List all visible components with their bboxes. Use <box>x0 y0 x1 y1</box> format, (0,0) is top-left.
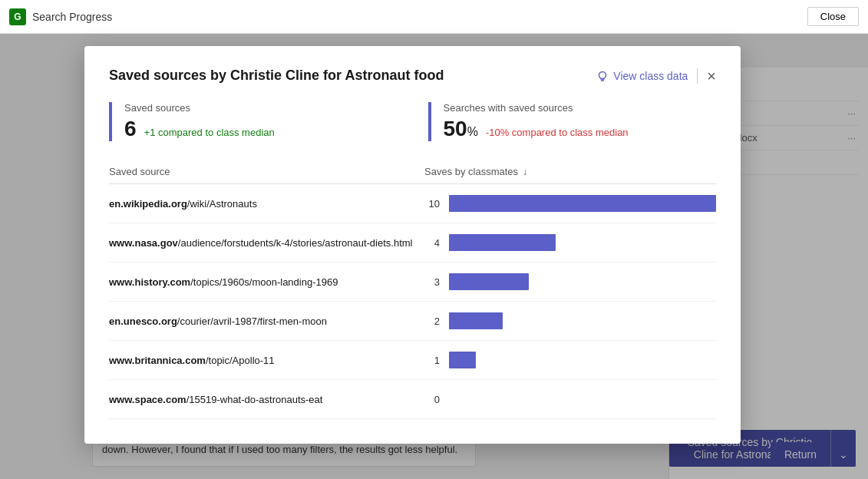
stat-saved-value-row: 6 +1 compared to class median <box>124 117 398 141</box>
saves-number: 2 <box>424 315 440 327</box>
lightbulb-icon <box>596 70 609 82</box>
source-domain: www.history.com <box>109 276 190 288</box>
table-row: www.space.com/15519-what-do-astronauts-e… <box>109 380 716 419</box>
source-domain: www.nasa.gov <box>109 237 178 249</box>
stat-searches-label: Searches with saved sources <box>444 102 717 114</box>
saves-cell: 2 <box>424 312 716 329</box>
saves-number: 1 <box>424 355 440 366</box>
saves-cell: 0 <box>424 391 716 408</box>
view-class-data-link[interactable]: View class data <box>596 70 688 82</box>
bar <box>449 312 503 329</box>
modal-dialog: Saved sources by Christie Cline for Astr… <box>84 46 741 444</box>
stat-saved-label: Saved sources <box>124 102 398 114</box>
table-row: www.nasa.gov/audience/forstudents/k-4/st… <box>109 223 716 263</box>
source-cell: www.history.com/topics/1960s/moon-landin… <box>109 276 424 288</box>
bar <box>449 234 556 251</box>
bar-container <box>449 312 716 329</box>
source-path: /15519-what-do-astronauts-eat <box>186 394 323 405</box>
source-path: /courier/avril-1987/first-men-moon <box>177 315 327 327</box>
svg-point-0 <box>599 71 606 78</box>
col-saves-header[interactable]: Saves by classmates ↓ <box>424 166 716 177</box>
bar-container <box>449 234 716 251</box>
top-bar-left: G Search Progress <box>9 8 112 25</box>
saves-cell: 1 <box>424 352 716 368</box>
stat-searches: Searches with saved sources 50% -10% com… <box>428 102 717 141</box>
source-path: /audience/forstudents/k-4/stories/astron… <box>178 237 413 249</box>
stat-saved-compare: +1 compared to class median <box>144 127 275 138</box>
bar-container <box>449 352 716 368</box>
table-row: en.unesco.org/courier/avril-1987/first-m… <box>109 302 716 341</box>
source-domain: en.unesco.org <box>109 315 177 327</box>
modal-close-button[interactable]: × <box>707 68 716 84</box>
header-divider <box>697 68 698 84</box>
app-title: Search Progress <box>32 11 112 23</box>
saves-cell: 10 <box>424 195 716 212</box>
source-domain: en.wikipedia.org <box>109 198 187 210</box>
view-class-label: View class data <box>613 70 688 82</box>
source-path: /wiki/Astronauts <box>187 198 257 210</box>
modal-header-actions: View class data × <box>596 68 716 84</box>
source-path: /topic/Apollo-11 <box>206 355 275 366</box>
source-domain: www.space.com <box>109 394 186 405</box>
source-path: /topics/1960s/moon-landing-1969 <box>190 276 338 288</box>
modal-title: Saved sources by Christie Cline for Astr… <box>109 68 444 84</box>
source-cell: www.nasa.gov/audience/forstudents/k-4/st… <box>109 237 424 249</box>
source-cell: www.britannica.com/topic/Apollo-11 <box>109 355 424 366</box>
source-cell: en.unesco.org/courier/avril-1987/first-m… <box>109 315 424 327</box>
saves-number: 10 <box>424 198 440 210</box>
saves-cell: 3 <box>424 273 716 290</box>
sort-arrow-icon: ↓ <box>523 167 527 177</box>
table-row: www.britannica.com/topic/Apollo-11 1 <box>109 341 716 380</box>
stat-searches-compare: -10% compared to class median <box>486 127 629 138</box>
top-bar: G Search Progress Close <box>0 0 868 34</box>
saves-label: Saves by classmates <box>424 166 518 177</box>
top-close-button[interactable]: Close <box>807 7 859 26</box>
bar-container <box>449 273 716 290</box>
table-row: en.wikipedia.org/wiki/Astronauts 10 <box>109 184 716 223</box>
stat-saved-sources: Saved sources 6 +1 compared to class med… <box>109 102 398 141</box>
bar <box>449 195 716 212</box>
table-row: www.history.com/topics/1960s/moon-landin… <box>109 263 716 302</box>
bar-container <box>449 391 716 408</box>
saves-number: 4 <box>424 237 440 249</box>
stat-saved-number: 6 <box>124 117 137 141</box>
saves-number: 3 <box>424 276 440 288</box>
stats-row: Saved sources 6 +1 compared to class med… <box>109 102 716 141</box>
source-domain: www.britannica.com <box>109 355 206 366</box>
bar-container <box>449 195 716 212</box>
source-cell: www.space.com/15519-what-do-astronauts-e… <box>109 394 424 405</box>
stat-searches-value-row: 50% -10% compared to class median <box>444 117 717 141</box>
source-cell: en.wikipedia.org/wiki/Astronauts <box>109 198 424 210</box>
bar <box>449 352 476 368</box>
saves-number: 0 <box>424 394 440 405</box>
table-body: en.wikipedia.org/wiki/Astronauts 10 www.… <box>109 184 716 419</box>
saves-cell: 4 <box>424 234 716 251</box>
modal-header: Saved sources by Christie Cline for Astr… <box>109 68 716 84</box>
stat-searches-number: 50% <box>444 117 478 141</box>
app-icon: G <box>9 8 26 25</box>
col-source-header: Saved source <box>109 166 424 177</box>
bar <box>449 273 529 290</box>
table-header: Saved source Saves by classmates ↓ <box>109 160 716 184</box>
